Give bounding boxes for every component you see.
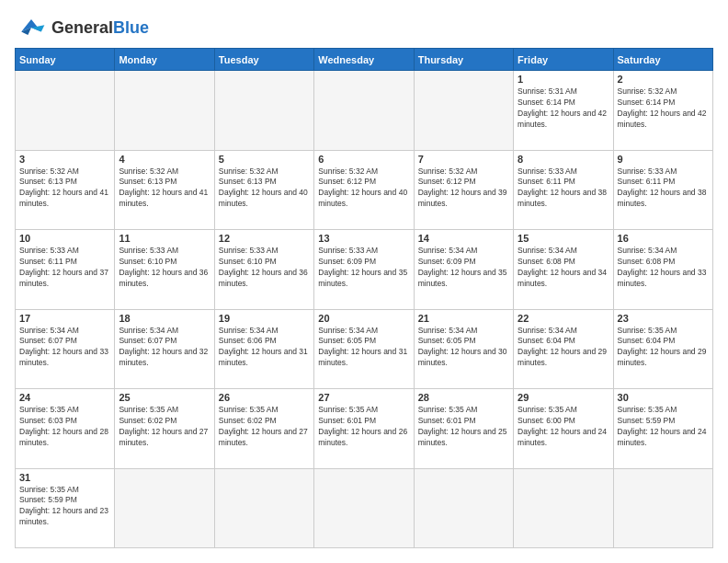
col-thursday: Thursday [414, 49, 513, 71]
day-number: 19 [219, 313, 310, 324]
col-saturday: Saturday [613, 49, 712, 71]
day-number: 11 [119, 233, 210, 244]
day-number: 7 [418, 154, 509, 165]
logo-icon [15, 15, 48, 40]
day-number: 25 [119, 392, 210, 403]
day-info: Sunrise: 5:34 AMSunset: 6:05 PMDaylight:… [318, 326, 409, 370]
day-info: Sunrise: 5:35 AMSunset: 6:03 PMDaylight:… [19, 405, 110, 449]
day-number: 26 [219, 392, 310, 403]
day-number: 2 [618, 74, 709, 85]
calendar-cell [314, 468, 414, 548]
day-number: 6 [318, 154, 409, 165]
calendar-cell [115, 71, 214, 151]
day-info: Sunrise: 5:32 AMSunset: 6:14 PMDaylight:… [618, 86, 709, 131]
calendar-cell: 11Sunrise: 5:33 AMSunset: 6:10 PMDayligh… [115, 230, 214, 310]
calendar-week-row: 31Sunrise: 5:35 AMSunset: 5:59 PMDayligh… [16, 468, 713, 548]
page: GeneralBlue Sunday Monday Tuesday Wednes… [0, 0, 728, 563]
calendar-cell: 23Sunrise: 5:35 AMSunset: 6:04 PMDayligh… [613, 309, 712, 389]
calendar-cell: 26Sunrise: 5:35 AMSunset: 6:02 PMDayligh… [214, 389, 313, 469]
calendar-cell: 2Sunrise: 5:32 AMSunset: 6:14 PMDaylight… [613, 71, 712, 151]
day-number: 4 [119, 154, 210, 165]
calendar-cell [16, 71, 115, 151]
day-info: Sunrise: 5:34 AMSunset: 6:08 PMDaylight:… [618, 246, 709, 290]
calendar-cell: 25Sunrise: 5:35 AMSunset: 6:02 PMDayligh… [115, 389, 214, 469]
calendar-cell: 20Sunrise: 5:34 AMSunset: 6:05 PMDayligh… [314, 309, 414, 389]
calendar-header-row: Sunday Monday Tuesday Wednesday Thursday… [16, 49, 713, 71]
calendar-week-row: 24Sunrise: 5:35 AMSunset: 6:03 PMDayligh… [16, 389, 713, 469]
day-number: 20 [318, 313, 409, 324]
day-info: Sunrise: 5:32 AMSunset: 6:13 PMDaylight:… [219, 167, 310, 211]
day-number: 9 [618, 154, 709, 165]
day-info: Sunrise: 5:32 AMSunset: 6:13 PMDaylight:… [19, 167, 110, 211]
day-info: Sunrise: 5:35 AMSunset: 6:01 PMDaylight:… [318, 405, 409, 449]
col-wednesday: Wednesday [314, 49, 414, 71]
day-info: Sunrise: 5:32 AMSunset: 6:12 PMDaylight:… [418, 167, 509, 211]
day-number: 15 [518, 233, 609, 244]
day-info: Sunrise: 5:35 AMSunset: 6:02 PMDaylight:… [219, 405, 310, 449]
day-info: Sunrise: 5:35 AMSunset: 5:59 PMDaylight:… [618, 405, 709, 449]
day-info: Sunrise: 5:34 AMSunset: 6:06 PMDaylight:… [219, 326, 310, 370]
day-number: 8 [518, 154, 609, 165]
day-info: Sunrise: 5:34 AMSunset: 6:04 PMDaylight:… [518, 326, 609, 370]
day-number: 21 [418, 313, 509, 324]
calendar-cell: 21Sunrise: 5:34 AMSunset: 6:05 PMDayligh… [414, 309, 513, 389]
day-number: 1 [518, 74, 609, 85]
day-number: 16 [618, 233, 709, 244]
day-number: 18 [119, 313, 210, 324]
day-info: Sunrise: 5:34 AMSunset: 6:07 PMDaylight:… [119, 326, 210, 370]
calendar-cell: 18Sunrise: 5:34 AMSunset: 6:07 PMDayligh… [115, 309, 214, 389]
calendar-cell: 3Sunrise: 5:32 AMSunset: 6:13 PMDaylight… [16, 150, 115, 230]
calendar-cell: 28Sunrise: 5:35 AMSunset: 6:01 PMDayligh… [414, 389, 513, 469]
day-number: 29 [518, 392, 609, 403]
calendar-cell: 12Sunrise: 5:33 AMSunset: 6:10 PMDayligh… [214, 230, 313, 310]
day-number: 22 [518, 313, 609, 324]
logo: GeneralBlue [15, 15, 149, 40]
day-info: Sunrise: 5:35 AMSunset: 6:04 PMDaylight:… [618, 326, 709, 370]
day-info: Sunrise: 5:35 AMSunset: 6:01 PMDaylight:… [418, 405, 509, 449]
calendar-week-row: 3Sunrise: 5:32 AMSunset: 6:13 PMDaylight… [16, 150, 713, 230]
calendar-cell: 8Sunrise: 5:33 AMSunset: 6:11 PMDaylight… [514, 150, 613, 230]
day-info: Sunrise: 5:33 AMSunset: 6:11 PMDaylight:… [518, 167, 609, 211]
calendar-week-row: 1Sunrise: 5:31 AMSunset: 6:14 PMDaylight… [16, 71, 713, 151]
col-sunday: Sunday [16, 49, 115, 71]
calendar-cell: 15Sunrise: 5:34 AMSunset: 6:08 PMDayligh… [514, 230, 613, 310]
day-info: Sunrise: 5:31 AMSunset: 6:14 PMDaylight:… [518, 86, 609, 131]
calendar-cell: 4Sunrise: 5:32 AMSunset: 6:13 PMDaylight… [115, 150, 214, 230]
calendar-cell: 29Sunrise: 5:35 AMSunset: 6:00 PMDayligh… [514, 389, 613, 469]
calendar-week-row: 17Sunrise: 5:34 AMSunset: 6:07 PMDayligh… [16, 309, 713, 389]
calendar-cell: 22Sunrise: 5:34 AMSunset: 6:04 PMDayligh… [514, 309, 613, 389]
day-info: Sunrise: 5:35 AMSunset: 6:00 PMDaylight:… [518, 405, 609, 449]
calendar-cell: 31Sunrise: 5:35 AMSunset: 5:59 PMDayligh… [16, 468, 115, 548]
day-number: 27 [318, 392, 409, 403]
calendar-table: Sunday Monday Tuesday Wednesday Thursday… [15, 48, 713, 548]
calendar-cell: 17Sunrise: 5:34 AMSunset: 6:07 PMDayligh… [16, 309, 115, 389]
day-number: 13 [318, 233, 409, 244]
day-info: Sunrise: 5:33 AMSunset: 6:09 PMDaylight:… [318, 246, 409, 290]
calendar-cell: 13Sunrise: 5:33 AMSunset: 6:09 PMDayligh… [314, 230, 414, 310]
day-number: 30 [618, 392, 709, 403]
day-info: Sunrise: 5:34 AMSunset: 6:09 PMDaylight:… [418, 246, 509, 290]
calendar-cell: 16Sunrise: 5:34 AMSunset: 6:08 PMDayligh… [613, 230, 712, 310]
day-number: 24 [19, 392, 110, 403]
calendar-cell [514, 468, 613, 548]
day-info: Sunrise: 5:33 AMSunset: 6:10 PMDaylight:… [219, 246, 310, 290]
col-tuesday: Tuesday [214, 49, 313, 71]
day-number: 28 [418, 392, 509, 403]
day-number: 12 [219, 233, 310, 244]
day-info: Sunrise: 5:34 AMSunset: 6:05 PMDaylight:… [418, 326, 509, 370]
calendar-cell: 1Sunrise: 5:31 AMSunset: 6:14 PMDaylight… [514, 71, 613, 151]
calendar-cell: 14Sunrise: 5:34 AMSunset: 6:09 PMDayligh… [414, 230, 513, 310]
calendar-week-row: 10Sunrise: 5:33 AMSunset: 6:11 PMDayligh… [16, 230, 713, 310]
calendar-cell: 27Sunrise: 5:35 AMSunset: 6:01 PMDayligh… [314, 389, 414, 469]
calendar-cell: 5Sunrise: 5:32 AMSunset: 6:13 PMDaylight… [214, 150, 313, 230]
calendar-cell: 6Sunrise: 5:32 AMSunset: 6:12 PMDaylight… [314, 150, 414, 230]
day-number: 14 [418, 233, 509, 244]
day-info: Sunrise: 5:33 AMSunset: 6:10 PMDaylight:… [119, 246, 210, 290]
calendar-cell [115, 468, 214, 548]
calendar-cell [414, 71, 513, 151]
day-info: Sunrise: 5:32 AMSunset: 6:12 PMDaylight:… [318, 167, 409, 211]
calendar-cell: 24Sunrise: 5:35 AMSunset: 6:03 PMDayligh… [16, 389, 115, 469]
day-number: 10 [19, 233, 110, 244]
calendar-cell: 7Sunrise: 5:32 AMSunset: 6:12 PMDaylight… [414, 150, 513, 230]
logo-text: GeneralBlue [51, 18, 149, 38]
